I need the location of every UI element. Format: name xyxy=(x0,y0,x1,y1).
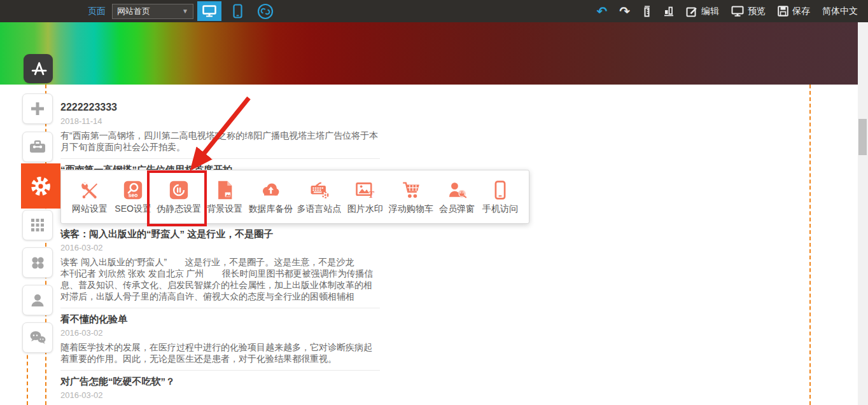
menu-item-seo-settings[interactable]: seo SEO设置 xyxy=(113,179,153,215)
mobile-icon xyxy=(233,4,242,18)
article: 读客：闯入出版业的“野蛮人” 这是行业，不是圈子 2016-03-02 读客 闯… xyxy=(60,228,380,308)
sidebar-item-modules[interactable] xyxy=(22,210,53,240)
menu-item-floating-cart[interactable]: 浮动购物车 xyxy=(389,179,433,215)
menu-item-site-settings[interactable]: 网站设置 xyxy=(70,179,109,215)
article: 对广告怎能“吃硬不吃软”？ 2016-03-02 美国有个著名的广告人说过，广告… xyxy=(60,376,380,405)
sidebar-item-settings[interactable] xyxy=(21,163,60,209)
keyboard-language-icon xyxy=(309,179,330,201)
desktop-view-button[interactable] xyxy=(197,1,221,21)
stats-button[interactable] xyxy=(664,6,674,17)
article-date: 2016-03-02 xyxy=(60,243,380,252)
menu-item-database-backup[interactable]: 数据库备份 xyxy=(248,179,293,215)
link-icon xyxy=(256,3,274,20)
article-title[interactable]: 看不懂的化验单 xyxy=(60,313,380,324)
user-icon xyxy=(29,291,46,309)
layout-guide-left-inner xyxy=(27,348,28,405)
menu-item-multilanguage-site[interactable]: 多语言站点 xyxy=(297,179,342,215)
article-summary: 随着医学技术的发展，在医疗过程中进行的化验项目越来越多，它对诊断疾病起着重要的作… xyxy=(60,341,380,364)
sidebar-item-messages[interactable] xyxy=(22,322,53,353)
menu-item-label: 背景设置 xyxy=(207,203,242,215)
divider xyxy=(60,370,380,371)
menu-item-mobile-access[interactable]: 手机访问 xyxy=(480,179,520,215)
image-watermark-icon: T xyxy=(354,179,376,201)
cart-icon xyxy=(400,179,422,201)
svg-text:seo: seo xyxy=(129,191,138,198)
undo-button[interactable]: ↶ xyxy=(596,5,607,18)
cloud-backup-icon xyxy=(260,179,281,201)
sidebar-item-user[interactable] xyxy=(22,285,53,315)
menu-item-label: 多语言站点 xyxy=(297,203,342,215)
components-clover-icon xyxy=(29,254,46,271)
sidebar-item-add[interactable] xyxy=(22,93,53,124)
menu-item-label: 数据库备份 xyxy=(248,203,293,215)
article-title[interactable]: 对广告怎能“吃硬不吃软”？ xyxy=(60,376,380,387)
menu-item-label: 会员弹窗 xyxy=(439,203,475,215)
mobile-view-button[interactable] xyxy=(225,1,249,21)
save-button[interactable]: 保存 xyxy=(778,6,810,17)
link-button[interactable] xyxy=(253,1,277,21)
edit-pencil-icon xyxy=(686,6,697,17)
save-floppy-icon xyxy=(778,6,788,17)
edit-label: 编辑 xyxy=(701,6,719,17)
pseudo-static-icon xyxy=(168,179,190,201)
sidebar-item-components[interactable] xyxy=(22,247,53,278)
sidebar-item-toolbox[interactable] xyxy=(22,132,53,162)
edit-button[interactable]: 编辑 xyxy=(686,6,719,17)
language-label: 简体中文 xyxy=(822,6,858,17)
seo-search-icon: seo xyxy=(122,179,144,201)
article-title[interactable]: 2222223333 xyxy=(60,102,380,113)
article-date: 2016-03-02 xyxy=(60,390,380,400)
menu-item-background-settings[interactable]: 背景设置 xyxy=(205,179,244,215)
ruler-button[interactable] xyxy=(642,6,652,17)
article: 看不懂的化验单 2016-03-02 随着医学技术的发展，在医疗过程中进行的化验… xyxy=(60,313,380,371)
toolbox-icon xyxy=(29,139,46,154)
page-select-value: 网站首页 xyxy=(117,6,182,17)
preview-label: 预览 xyxy=(748,6,766,17)
layout-guide-right xyxy=(809,85,811,405)
chevron-down-icon: ▼ xyxy=(182,8,188,15)
settings-popup-menu: 网站设置 seo SEO设置 伪静态设置 背景设置 xyxy=(60,170,529,224)
top-toolbar: 页面 网站首页 ▼ ↶ xyxy=(0,0,868,22)
add-plus-icon xyxy=(29,100,46,117)
language-switcher[interactable]: 简体中文 xyxy=(822,6,858,17)
preview-monitor-icon xyxy=(731,6,744,17)
divider xyxy=(60,308,380,308)
menu-item-label: 网站设置 xyxy=(72,203,108,215)
divider xyxy=(60,158,380,159)
scrollbar-thumb[interactable] xyxy=(858,119,867,155)
mobile-access-icon xyxy=(489,179,511,201)
redo-arrow-icon: ↷ xyxy=(619,5,630,18)
article-date: 2016-03-02 xyxy=(60,328,380,338)
ruler-icon xyxy=(642,6,652,17)
menu-item-label: 浮动购物车 xyxy=(389,203,433,215)
desktop-icon xyxy=(202,5,216,17)
menu-item-label: 手机访问 xyxy=(482,203,518,215)
article-date: 2018-11-14 xyxy=(60,116,380,126)
page-select[interactable]: 网站首页 ▼ xyxy=(112,4,193,19)
preview-button[interactable]: 预览 xyxy=(731,6,766,17)
menu-item-pseudo-static-settings[interactable]: 伪静态设置 xyxy=(157,179,201,215)
article: 2222223333 2018-11-14 有“西南第一高钢塔，四川第二高电视塔… xyxy=(60,102,380,159)
bar-chart-icon xyxy=(664,6,674,17)
app-logo-icon xyxy=(28,58,48,79)
menu-item-label: 伪静态设置 xyxy=(157,203,201,215)
article-summary: 读客 闯入出版业的“野蛮人” 这是行业，不是圈子。这是生意，不是沙龙 本刊记者 … xyxy=(60,256,380,302)
menu-item-label: SEO设置 xyxy=(115,203,151,215)
member-popup-icon xyxy=(446,179,468,201)
settings-gear-icon xyxy=(29,174,53,198)
menu-item-member-popup[interactable]: 会员弹窗 xyxy=(437,179,477,215)
modules-grid-icon xyxy=(29,217,46,233)
undo-arrow-icon: ↶ xyxy=(596,5,607,18)
page-label: 页面 xyxy=(88,6,106,17)
tools-icon xyxy=(79,179,101,201)
messages-chat-icon xyxy=(28,329,47,346)
article-summary: 有“西南第一高钢塔，四川第二高电视塔”之称的绵阳广播电视塔主塔广告位将于本月下旬… xyxy=(60,130,380,153)
news-list: 2222223333 2018-11-14 有“西南第一高钢塔，四川第二高电视塔… xyxy=(60,85,380,405)
menu-item-image-watermark[interactable]: T 图片水印 xyxy=(346,179,385,215)
redo-button[interactable]: ↷ xyxy=(619,5,630,18)
svg-text:T: T xyxy=(368,189,375,200)
scrollbar-track[interactable] xyxy=(858,22,868,405)
article-title[interactable]: 读客：闯入出版业的“野蛮人” 这是行业，不是圈子 xyxy=(60,228,380,239)
background-page-icon xyxy=(214,179,235,201)
sidebar-item-app-logo[interactable] xyxy=(24,54,53,83)
